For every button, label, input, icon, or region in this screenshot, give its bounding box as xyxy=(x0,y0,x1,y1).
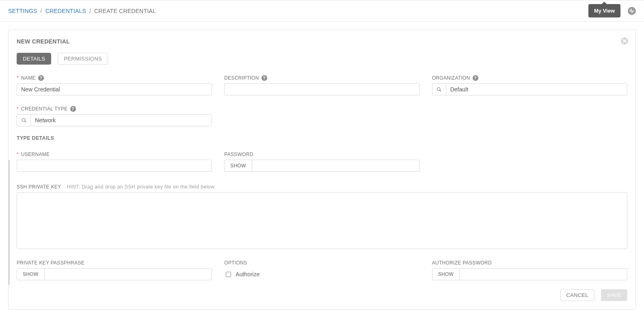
required-marker: * xyxy=(17,75,19,81)
tab-permissions[interactable]: PERMISSIONS xyxy=(58,53,108,65)
new-credential-panel: NEW CREDENTIAL DETAILS PERMISSIONS * NAM… xyxy=(8,30,636,310)
organization-lookup xyxy=(432,83,627,95)
tabs: DETAILS PERMISSIONS xyxy=(17,53,627,65)
panel-accent xyxy=(8,160,10,285)
passphrase-input[interactable] xyxy=(45,269,212,280)
authorize-checkbox[interactable] xyxy=(226,272,231,277)
description-input[interactable] xyxy=(224,83,419,95)
password-input[interactable] xyxy=(252,160,419,171)
close-icon[interactable] xyxy=(621,37,628,45)
activity-stream-icon[interactable] xyxy=(628,7,636,15)
help-icon[interactable]: ? xyxy=(38,75,44,81)
tab-details[interactable]: DETAILS xyxy=(17,53,51,65)
organization-label: ORGANIZATION xyxy=(432,75,470,81)
options-label: OPTIONS xyxy=(224,260,247,266)
credential-type-lookup xyxy=(17,114,212,126)
breadcrumb-credentials[interactable]: CREDENTIALS xyxy=(45,8,86,14)
breadcrumb: SETTINGS / CREDENTIALS / CREATE CREDENTI… xyxy=(8,8,156,14)
svg-line-5 xyxy=(25,121,26,122)
authorize-password-field: SHOW xyxy=(432,268,627,280)
required-marker: * xyxy=(17,152,19,157)
credential-type-label: CREDENTIAL TYPE xyxy=(21,106,68,112)
username-input[interactable] xyxy=(17,160,212,172)
name-input[interactable] xyxy=(17,83,212,95)
passphrase-label: PRIVATE KEY PASSPHRASE xyxy=(17,260,84,266)
ssh-key-textarea[interactable] xyxy=(17,192,627,249)
authorize-password-input[interactable] xyxy=(460,269,627,280)
help-icon[interactable]: ? xyxy=(70,106,76,112)
passphrase-field: SHOW xyxy=(17,268,212,280)
description-label: DESCRIPTION xyxy=(224,75,259,81)
help-icon[interactable]: ? xyxy=(473,75,478,81)
panel-title: NEW CREDENTIAL xyxy=(17,38,627,45)
ssh-key-label: SSH PRIVATE KEY xyxy=(17,184,61,190)
ssh-key-hint: HINT: Drag and drop an SSH private key f… xyxy=(67,184,216,190)
password-field: SHOW xyxy=(224,160,419,172)
breadcrumb-separator: / xyxy=(39,8,44,14)
organization-input[interactable] xyxy=(446,84,627,95)
show-button[interactable]: SHOW xyxy=(225,160,252,171)
authorize-label: Authorize xyxy=(236,271,259,277)
username-label: USERNAME xyxy=(21,152,50,157)
topbar: SETTINGS / CREDENTIALS / CREATE CREDENTI… xyxy=(0,5,644,22)
svg-point-2 xyxy=(437,88,441,91)
type-details-header: TYPE DETAILS xyxy=(17,135,627,141)
svg-line-3 xyxy=(440,90,441,91)
cancel-button[interactable]: CANCEL xyxy=(560,289,595,301)
required-marker: * xyxy=(17,106,19,112)
help-icon[interactable]: ? xyxy=(261,75,267,81)
search-icon[interactable] xyxy=(17,115,31,126)
save-button[interactable]: SAVE xyxy=(601,289,627,301)
credential-type-input[interactable] xyxy=(31,115,212,126)
show-button[interactable]: SHOW xyxy=(432,269,460,280)
password-label: PASSWORD xyxy=(224,152,253,157)
breadcrumb-separator: / xyxy=(88,8,93,14)
authorize-password-label: AUTHORIZE PASSWORD xyxy=(432,260,492,266)
my-view-tooltip[interactable]: My View xyxy=(588,4,620,17)
show-button[interactable]: SHOW xyxy=(17,269,45,280)
breadcrumb-current: CREATE CREDENTIAL xyxy=(94,8,156,14)
breadcrumb-settings[interactable]: SETTINGS xyxy=(8,8,37,14)
svg-point-4 xyxy=(22,119,25,122)
name-label: NAME xyxy=(21,75,36,81)
search-icon[interactable] xyxy=(432,84,446,95)
